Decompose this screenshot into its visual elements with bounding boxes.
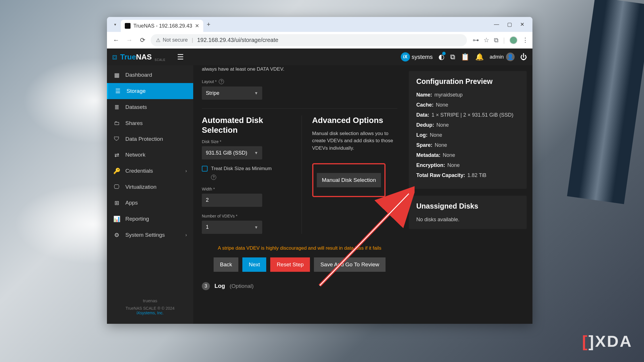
config-label: Name: — [416, 92, 432, 98]
browser-address-bar: ← → ⟳ ⚠Not secure | 192.168.29.43/ui/sto… — [107, 32, 532, 49]
browser-window: ▾ TrueNAS - 192.168.29.43 ✕ + — ▢ ✕ ← → … — [107, 17, 532, 324]
sidebar-item-credentials[interactable]: 🔑Credentials› — [107, 163, 193, 179]
step-log[interactable]: 3 Log (Optional) — [202, 282, 397, 290]
stripe-warning: A stripe data VDEV is highly discouraged… — [202, 245, 397, 251]
configuration-preview-card: Configuration Preview Name:myraidsetupCa… — [409, 71, 527, 189]
no-disks-text: No disks available. — [416, 217, 519, 223]
sidebar-item-shares[interactable]: 🗀Shares — [107, 115, 193, 131]
config-label: Data: — [416, 112, 429, 118]
step-title: Log — [214, 283, 225, 289]
browser-tab[interactable]: TrueNAS - 192.168.29.43 ✕ — [121, 20, 203, 32]
help-icon[interactable]: ? — [219, 79, 224, 84]
back-button[interactable]: Back — [214, 257, 238, 272]
alerts-icon[interactable]: 🔔 — [475, 53, 484, 61]
ixsystems-logo[interactable]: iX systems — [401, 52, 433, 61]
power-icon[interactable]: ⏻ — [520, 53, 527, 61]
num-vdevs-label: Number of VDEVs * — [202, 214, 237, 218]
config-value: None — [435, 142, 447, 148]
nav-label: Network — [125, 152, 145, 158]
config-value: None — [443, 152, 455, 158]
extensions-icon[interactable]: ⧉ — [494, 36, 499, 44]
unassigned-disks-card: Unassigned Disks No disks available. — [409, 196, 527, 229]
nav-label: Shares — [125, 120, 143, 126]
url-text: 192.168.29.43/ui/storage/create — [197, 37, 278, 43]
nav-label: Datasets — [125, 104, 147, 110]
nav-icon: ≣ — [113, 104, 120, 111]
logo-icon: ⧈ — [112, 52, 117, 62]
treat-min-checkbox[interactable] — [202, 166, 208, 172]
config-row: Data:1 × STRIPE | 2 × 931.51 GiB (SSD) — [416, 112, 519, 118]
save-review-button[interactable]: Save And Go To Review — [314, 257, 386, 272]
treat-min-label: Treat Disk Size as Minimum — [211, 165, 272, 172]
sidebar-item-network[interactable]: ⇄Network — [107, 147, 193, 163]
profile-avatar-icon[interactable] — [509, 36, 518, 44]
bookmark-icon[interactable]: ☆ — [484, 36, 489, 44]
nav-reload-button[interactable]: ⟳ — [137, 35, 148, 45]
sidebar-item-apps[interactable]: ⊞Apps — [107, 195, 193, 211]
help-icon[interactable]: ? — [211, 175, 216, 180]
user-menu[interactable]: admin 👤 — [490, 53, 515, 61]
sidebar-item-dashboard[interactable]: ▦Dashboard — [107, 67, 193, 83]
clipboard-icon[interactable]: 📋 — [461, 53, 469, 61]
nav-icon: ⊞ — [113, 199, 120, 206]
truenas-logo[interactable]: ⧈ TrueNAS SCALE — [112, 52, 166, 62]
nav-icon: ☰ — [114, 88, 121, 95]
sidebar-item-virtualization[interactable]: 🖵Virtualization — [107, 179, 193, 195]
config-row: Dedup:None — [416, 122, 519, 128]
nav-forward-button[interactable]: → — [124, 35, 135, 45]
nav-back-button[interactable]: ← — [111, 35, 121, 45]
not-secure-label: Not secure — [163, 37, 188, 43]
nav-icon: 🖵 — [113, 184, 120, 190]
status-icon[interactable]: ◐ — [438, 53, 444, 61]
nav-label: Dashboard — [125, 72, 152, 78]
sidebar-item-reporting[interactable]: 📊Reporting — [107, 211, 193, 227]
window-close-icon[interactable]: ✕ — [520, 21, 524, 28]
tab-close-icon[interactable]: ✕ — [195, 23, 199, 29]
config-value: 1 × STRIPE | 2 × 931.51 GiB (SSD) — [432, 112, 513, 118]
app-topbar: ⧈ TrueNAS SCALE ☰ iX systems ◐ ⧉ 📋 🔔 adm… — [107, 49, 532, 65]
next-button[interactable]: Next — [242, 257, 266, 272]
layout-select[interactable]: Stripe▼ — [202, 86, 262, 100]
nav-label: Reporting — [125, 216, 149, 222]
sidebar-item-data-protection[interactable]: 🛡Data Protection — [107, 131, 193, 147]
password-icon[interactable]: ⊶ — [473, 36, 479, 44]
config-row: Spare:None — [416, 142, 519, 148]
tab-search-button[interactable]: ▾ — [109, 19, 121, 30]
layout-label: Layout * — [202, 79, 216, 84]
config-label: Spare: — [416, 142, 432, 148]
nav-icon: ⚙ — [113, 232, 120, 238]
url-input[interactable]: ⚠Not secure | 192.168.29.43/ui/storage/c… — [151, 34, 467, 46]
user-avatar-icon: 👤 — [506, 53, 515, 61]
nav-label: Apps — [125, 200, 138, 206]
sidebar-item-datasets[interactable]: ≣Datasets — [107, 99, 193, 115]
nav-icon: ⇄ — [113, 151, 120, 158]
sidebar-item-storage[interactable]: ☰Storage — [107, 83, 193, 99]
browser-menu-icon[interactable]: ⋮ — [522, 36, 528, 44]
nav-icon: 🗀 — [113, 120, 120, 126]
reset-step-button[interactable]: Reset Step — [270, 257, 310, 272]
config-label: Log: — [416, 132, 428, 138]
window-minimize-icon[interactable]: — — [494, 21, 499, 28]
window-maximize-icon[interactable]: ▢ — [507, 21, 512, 28]
nav-label: System Settings — [125, 232, 165, 238]
config-row: Log:None — [416, 132, 519, 138]
ixsystems-link[interactable]: iXsystems, Inc. — [110, 311, 190, 315]
menu-toggle-icon[interactable]: ☰ — [177, 53, 184, 61]
copyright-label: TrueNAS SCALE ® © 2024 — [110, 306, 190, 311]
disk-size-select[interactable]: 931.51 GiB (SSD)▼ — [202, 146, 262, 159]
nav-label: Virtualization — [125, 184, 156, 190]
width-input[interactable]: 2 — [202, 194, 262, 207]
step-optional-label: (Optional) — [230, 283, 254, 289]
config-row: Metadata:None — [416, 152, 519, 158]
nav-icon: 🔑 — [113, 167, 120, 174]
nav-label: Credentials — [125, 168, 153, 174]
manual-disk-selection-button[interactable]: Manual Disk Selection — [317, 173, 381, 187]
config-label: Metadata: — [416, 152, 440, 158]
new-tab-button[interactable]: + — [203, 21, 214, 28]
chevron-right-icon: › — [185, 232, 187, 238]
truecommand-icon[interactable]: ⧉ — [450, 53, 455, 61]
num-vdevs-select[interactable]: 1▼ — [202, 221, 262, 234]
sidebar-item-system-settings[interactable]: ⚙System Settings› — [107, 227, 193, 243]
advanced-options-desc: Manual disk selection allows you to crea… — [312, 130, 398, 152]
disk-size-label: Disk Size * — [202, 139, 221, 144]
